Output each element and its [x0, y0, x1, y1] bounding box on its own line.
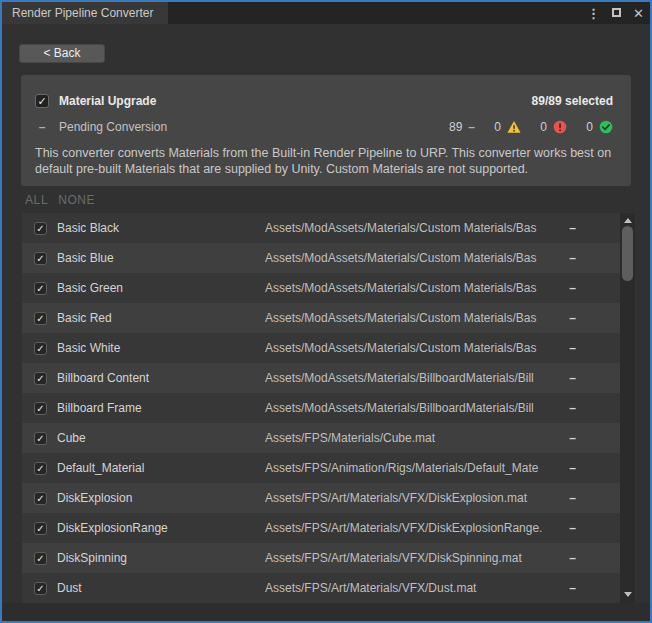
list-scrollbar[interactable] [620, 213, 635, 603]
row-pending-status-icon: – [569, 551, 576, 565]
item-name: Basic Green [57, 281, 265, 295]
pending-label: Pending Conversion [59, 120, 167, 134]
row-pending-status-icon: – [569, 341, 576, 355]
item-path: Assets/FPS/Materials/Cube.mat [265, 431, 569, 445]
row-checkbox[interactable]: ✓ [34, 402, 47, 415]
table-row[interactable]: ✓ DiskExplosionRange Assets/FPS/Art/Mate… [22, 513, 620, 543]
pending-count: 89 [449, 120, 462, 134]
row-checkbox[interactable]: ✓ [34, 342, 47, 355]
item-name: Cube [57, 431, 265, 445]
table-row[interactable]: ✓ Billboard Frame Assets/ModAssets/Mater… [22, 393, 620, 423]
converter-panel: ✓ Material Upgrade 89/89 selected – Pend… [21, 75, 631, 186]
warning-count: 0 [493, 120, 501, 134]
row-pending-status-icon: – [569, 221, 576, 235]
scroll-up-arrow-icon[interactable] [620, 214, 635, 226]
maximize-icon[interactable] [612, 6, 621, 20]
window-title: Render Pipeline Converter [12, 6, 153, 20]
table-row[interactable]: ✓ Basic Green Assets/ModAssets/Materials… [22, 273, 620, 303]
row-checkbox[interactable]: ✓ [34, 552, 47, 565]
selected-count: 89/89 selected [532, 94, 613, 108]
row-checkbox[interactable]: ✓ [34, 222, 47, 235]
table-row[interactable]: ✓ Basic Red Assets/ModAssets/Materials/C… [22, 303, 620, 333]
select-all-button[interactable]: ALL [25, 193, 48, 207]
item-name: Dust [57, 581, 265, 595]
item-name: Basic White [57, 341, 265, 355]
row-pending-status-icon: – [569, 581, 576, 595]
item-name: DiskSpinning [57, 551, 265, 565]
pending-count-icon: – [468, 120, 475, 134]
item-path: Assets/ModAssets/Materials/Custom Materi… [265, 221, 569, 235]
material-upgrade-checkbox[interactable]: ✓ [35, 94, 49, 108]
row-pending-status-icon: – [569, 281, 576, 295]
material-list: ✓ Basic Black Assets/ModAssets/Materials… [22, 213, 620, 603]
table-row[interactable]: ✓ DiskSpinning Assets/FPS/Art/Materials/… [22, 543, 620, 573]
list-header: ALL NONE [25, 193, 95, 207]
item-name: DiskExplosionRange [57, 521, 265, 535]
table-row[interactable]: ✓ Basic Black Assets/ModAssets/Materials… [22, 213, 620, 243]
item-path: Assets/ModAssets/Materials/BillboardMate… [265, 401, 569, 415]
item-path: Assets/ModAssets/Materials/BillboardMate… [265, 371, 569, 385]
row-checkbox[interactable]: ✓ [34, 432, 47, 445]
item-path: Assets/FPS/Art/Materials/VFX/DiskExplosi… [265, 521, 569, 535]
tab-render-pipeline-converter[interactable]: Render Pipeline Converter [2, 2, 168, 24]
item-name: Basic Black [57, 221, 265, 235]
item-path: Assets/ModAssets/Materials/Custom Materi… [265, 341, 569, 355]
row-pending-status-icon: – [569, 251, 576, 265]
scroll-down-arrow-icon[interactable] [620, 588, 635, 600]
row-checkbox[interactable]: ✓ [34, 282, 47, 295]
converter-description: This converter converts Materials from t… [35, 145, 617, 177]
scrollbar-thumb[interactable] [622, 226, 633, 281]
error-icon [553, 120, 567, 134]
item-path: Assets/ModAssets/Materials/Custom Materi… [265, 281, 569, 295]
maximize-glyph [612, 8, 621, 17]
item-path: Assets/FPS/Art/Materials/VFX/DiskExplosi… [265, 491, 569, 505]
converter-header-row: ✓ Material Upgrade 89/89 selected [35, 92, 613, 110]
item-name: Basic Blue [57, 251, 265, 265]
item-name: Basic Red [57, 311, 265, 325]
window-controls: ⋮ ✕ [587, 2, 644, 24]
title-bar: Render Pipeline Converter ⋮ ✕ [2, 2, 650, 24]
table-row[interactable]: ✓ Cube Assets/FPS/Materials/Cube.mat – [22, 423, 620, 453]
row-checkbox[interactable]: ✓ [34, 252, 47, 265]
row-checkbox[interactable]: ✓ [34, 372, 47, 385]
row-pending-status-icon: – [569, 371, 576, 385]
success-icon [599, 120, 613, 134]
status-counts: 89 – 0 0 0 [449, 120, 613, 134]
row-checkbox[interactable]: ✓ [34, 492, 47, 505]
select-none-button[interactable]: NONE [58, 193, 95, 207]
row-checkbox[interactable]: ✓ [34, 582, 47, 595]
row-pending-status-icon: – [569, 401, 576, 415]
pending-status-icon: – [35, 120, 49, 134]
pending-conversion-row: – Pending Conversion 89 – 0 0 [35, 119, 613, 135]
warning-icon [507, 120, 521, 134]
item-path: Assets/FPS/Art/Materials/VFX/Dust.mat [265, 581, 569, 595]
row-pending-status-icon: – [569, 311, 576, 325]
item-name: Billboard Content [57, 371, 265, 385]
item-path: Assets/FPS/Animation/Rigs/Materials/Defa… [265, 461, 569, 475]
item-name: DiskExplosion [57, 491, 265, 505]
row-pending-status-icon: – [569, 461, 576, 475]
row-checkbox[interactable]: ✓ [34, 462, 47, 475]
row-pending-status-icon: – [569, 491, 576, 505]
row-checkbox[interactable]: ✓ [34, 522, 47, 535]
converter-title: Material Upgrade [59, 94, 156, 108]
row-checkbox[interactable]: ✓ [34, 312, 47, 325]
table-row[interactable]: ✓ DiskExplosion Assets/FPS/Art/Materials… [22, 483, 620, 513]
close-icon[interactable]: ✕ [633, 6, 644, 21]
window-menu-icon[interactable]: ⋮ [587, 6, 600, 21]
item-name: Default_Material [57, 461, 265, 475]
item-path: Assets/ModAssets/Materials/Custom Materi… [265, 311, 569, 325]
success-count: 0 [585, 120, 593, 134]
table-row[interactable]: ✓ Default_Material Assets/FPS/Animation/… [22, 453, 620, 483]
back-button[interactable]: < Back [19, 44, 105, 63]
item-path: Assets/FPS/Art/Materials/VFX/DiskSpinnin… [265, 551, 569, 565]
row-pending-status-icon: – [569, 431, 576, 445]
table-row[interactable]: ✓ Dust Assets/FPS/Art/Materials/VFX/Dust… [22, 573, 620, 603]
item-path: Assets/ModAssets/Materials/Custom Materi… [265, 251, 569, 265]
error-count: 0 [539, 120, 547, 134]
row-pending-status-icon: – [569, 521, 576, 535]
table-row[interactable]: ✓ Basic White Assets/ModAssets/Materials… [22, 333, 620, 363]
table-row[interactable]: ✓ Billboard Content Assets/ModAssets/Mat… [22, 363, 620, 393]
render-pipeline-converter-window: Render Pipeline Converter ⋮ ✕ < Back ✓ M… [0, 0, 652, 623]
table-row[interactable]: ✓ Basic Blue Assets/ModAssets/Materials/… [22, 243, 620, 273]
